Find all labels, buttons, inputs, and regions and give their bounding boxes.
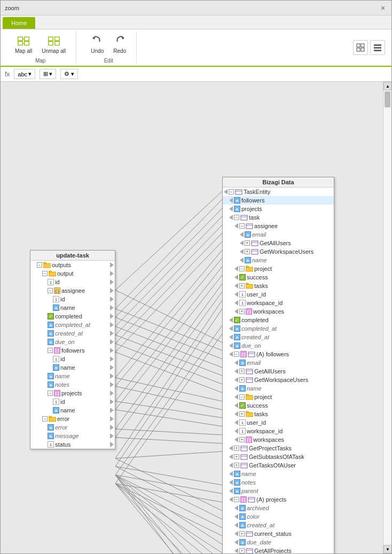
svg-line-41 <box>115 344 222 384</box>
list-item[interactable]: − [ ] (A) projects <box>223 495 334 504</box>
list-item[interactable]: − project <box>223 393 334 401</box>
list-item[interactable]: a name <box>30 406 115 415</box>
list-item[interactable]: 1 id <box>30 355 115 363</box>
str-icon: a <box>53 305 59 311</box>
tab-home[interactable]: Home <box>3 17 35 29</box>
list-item[interactable]: + tasks <box>223 410 334 418</box>
list-item[interactable]: a name <box>30 363 115 372</box>
item-label: project <box>254 266 272 272</box>
list-item[interactable]: a followers <box>223 196 334 205</box>
list-item[interactable]: − error <box>30 415 115 423</box>
list-item[interactable]: a created_at <box>223 521 334 529</box>
list-item[interactable]: 1 id <box>30 397 115 406</box>
map-all-button[interactable]: Map all <box>11 32 36 57</box>
list-item[interactable]: − { } assignee <box>30 286 115 295</box>
unmap-all-label: Unmap all <box>42 48 66 54</box>
list-item[interactable]: a name <box>30 303 115 312</box>
list-item[interactable]: a created_at <box>223 333 334 341</box>
list-item[interactable]: + GetWorkspaceUsers <box>223 376 334 384</box>
type-selector[interactable]: abc ▾ <box>14 69 35 79</box>
undo-icon <box>91 34 104 47</box>
list-item[interactable]: a notes <box>30 380 115 389</box>
list-item[interactable]: + tasks <box>223 282 334 290</box>
left-arrow <box>229 471 233 477</box>
list-item[interactable]: − outputs <box>30 261 115 269</box>
list-item[interactable]: ✓ success <box>223 401 334 410</box>
list-item[interactable]: a error <box>30 423 115 432</box>
list-item[interactable]: + current_status <box>223 529 334 538</box>
svg-rect-70 <box>246 224 253 229</box>
field-button[interactable]: ⊞ ▾ <box>40 69 56 79</box>
folder-icon <box>246 411 253 417</box>
list-item[interactable]: a name <box>30 372 115 380</box>
redo-button[interactable]: Redo <box>109 32 130 57</box>
list-item[interactable]: + GetWorkspaceUsers <box>223 247 334 256</box>
scroll-down-button[interactable]: ▼ <box>383 545 391 553</box>
list-item[interactable]: a due_on <box>30 338 115 346</box>
list-item[interactable]: a due_date <box>223 538 334 547</box>
list-item[interactable]: − output <box>30 269 115 278</box>
scrollbar-thumb[interactable] <box>385 91 390 107</box>
fx-label: fx <box>5 71 10 78</box>
list-item[interactable]: − task <box>223 213 334 222</box>
list-item[interactable]: a email <box>223 358 334 367</box>
expand-icon: − <box>42 416 48 422</box>
list-item[interactable]: 1 id <box>30 295 115 303</box>
svg-line-51 <box>115 475 222 494</box>
expand-icon: − <box>229 189 234 194</box>
list-item[interactable]: a created_at <box>30 329 115 338</box>
list-item[interactable]: + GetAllUsers <box>223 367 334 376</box>
list-item[interactable]: − TaskEntity <box>223 188 334 196</box>
list-item[interactable]: + GetSubtasksOfATask <box>223 452 334 461</box>
scrollbar-track[interactable] <box>383 90 391 545</box>
list-item[interactable]: − [ ] projects <box>30 389 115 397</box>
scroll-up-button[interactable]: ▲ <box>383 82 391 90</box>
expand-icon: + <box>239 377 245 383</box>
list-item[interactable]: a name <box>223 256 334 264</box>
list-item[interactable]: a completed_at <box>223 324 334 333</box>
list-item[interactable]: 1 workspace_id <box>223 427 334 435</box>
undo-button[interactable]: Undo <box>87 32 107 57</box>
list-item[interactable]: 1 id <box>30 278 115 286</box>
unmap-all-button[interactable]: Unmap all <box>38 32 69 57</box>
list-item[interactable]: ✓ completed <box>30 312 115 321</box>
left-arrow <box>229 497 233 502</box>
list-item[interactable]: − assignee <box>223 222 334 230</box>
list-item[interactable]: a due_on <box>223 341 334 350</box>
list-item[interactable]: − [ ] followers <box>30 346 115 355</box>
list-item[interactable]: a name <box>223 384 334 393</box>
list-item[interactable]: ✓ success <box>223 273 334 282</box>
list-item[interactable]: a completed_at <box>30 321 115 329</box>
svg-rect-18 <box>374 50 381 51</box>
list-item[interactable]: 1 user_id <box>223 290 334 299</box>
scrollbar[interactable]: ▲ ▼ <box>383 82 391 553</box>
list-item[interactable]: a color <box>223 512 334 521</box>
settings-button[interactable]: ⚙ ▾ <box>60 69 78 79</box>
list-item[interactable]: a name <box>223 470 334 478</box>
list-item[interactable]: + [ ] workspaces <box>223 435 334 444</box>
list-item[interactable]: a projects <box>223 205 334 213</box>
left-arrow <box>234 540 238 545</box>
list-item[interactable]: a parent <box>223 487 334 495</box>
list-item[interactable]: + [ ] workspaces <box>223 307 334 316</box>
list-item[interactable]: a message <box>30 432 115 440</box>
list-item[interactable]: a email <box>223 230 334 239</box>
list-item[interactable]: 1 user_id <box>223 418 334 427</box>
list-item[interactable]: 1 status <box>30 440 115 449</box>
left-arrow <box>234 437 238 442</box>
list-item[interactable]: a notes <box>223 478 334 487</box>
list-item[interactable]: + GetTasksOfAUser <box>223 461 334 470</box>
list-item[interactable]: ✓ completed <box>223 316 334 324</box>
ribbon-view-btn-2[interactable] <box>370 40 385 55</box>
list-item[interactable]: + GetProjectTasks <box>223 444 334 452</box>
list-item[interactable]: + GetAllUsers <box>223 239 334 247</box>
str-icon: a <box>234 206 240 212</box>
list-item[interactable]: 1 workspace_id <box>223 299 334 307</box>
close-button[interactable]: × <box>379 4 387 12</box>
list-item[interactable]: − [ ] (A) followers <box>223 350 334 358</box>
list-item[interactable]: − project <box>223 264 334 273</box>
ribbon-view-btn-1[interactable] <box>353 40 368 55</box>
list-item[interactable]: + GetAllProjects <box>223 547 334 553</box>
list-item[interactable]: a archived <box>223 504 334 512</box>
svg-line-58 <box>115 483 222 553</box>
